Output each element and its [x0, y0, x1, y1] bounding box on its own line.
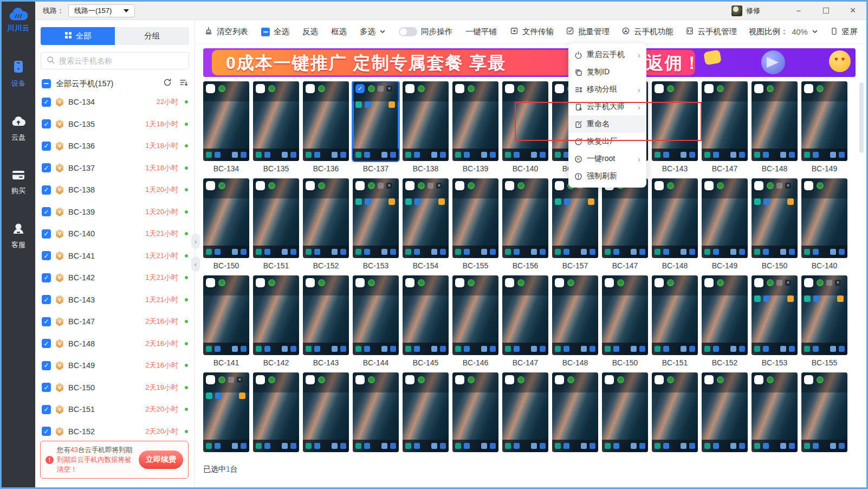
- phone-screen[interactable]: [253, 275, 299, 355]
- promo-banner[interactable]: 0成本一键推广 定制专属套餐 享最 返佣！ ♥ ♥: [203, 48, 856, 77]
- phone-card[interactable]: ×: [203, 372, 249, 460]
- grid-scrollbar[interactable]: [859, 82, 864, 455]
- device-row-BC-151[interactable]: ✓VBC-1512天20小时: [42, 398, 188, 421]
- device-checkbox-checked[interactable]: ✓: [42, 317, 51, 326]
- refresh-icon[interactable]: [163, 78, 172, 89]
- phone-card[interactable]: [602, 372, 648, 460]
- phone-screen[interactable]: ×: [203, 372, 249, 452]
- card-checkbox[interactable]: [804, 84, 813, 93]
- expand-panel-arrow[interactable]: ›: [191, 234, 200, 249]
- card-checkbox[interactable]: [405, 375, 414, 384]
- device-checkbox-checked[interactable]: ✓: [42, 339, 51, 348]
- card-checkbox[interactable]: [256, 375, 265, 384]
- phone-screen[interactable]: [652, 81, 698, 161]
- sidebar-item-设备[interactable]: 设备: [11, 59, 26, 88]
- card-checkbox[interactable]: [704, 375, 714, 384]
- device-checkbox-checked[interactable]: ✓: [42, 185, 51, 195]
- device-checkbox-checked[interactable]: ✓: [42, 361, 51, 370]
- phone-card-BC-140[interactable]: BC-140: [801, 178, 847, 271]
- phone-screen[interactable]: [702, 81, 748, 161]
- phone-screen[interactable]: [253, 178, 299, 258]
- phone-screen[interactable]: ×: [752, 178, 798, 258]
- card-checkbox[interactable]: [804, 181, 813, 190]
- device-checkbox-checked[interactable]: ✓: [42, 405, 51, 414]
- phone-card-BC-148[interactable]: BC-148: [752, 81, 798, 173]
- card-checkbox[interactable]: [455, 84, 464, 93]
- card-checkbox[interactable]: [555, 375, 564, 384]
- phone-screen[interactable]: [353, 275, 399, 355]
- phone-card-BC-136[interactable]: BC-136: [303, 81, 349, 173]
- phone-screen[interactable]: [452, 81, 498, 161]
- card-checkbox[interactable]: [754, 278, 763, 287]
- phone-card-BC-135[interactable]: BC-135: [253, 81, 299, 173]
- select-all-checkbox-indeterminate[interactable]: [261, 28, 270, 36]
- device-row-BC-147[interactable]: ✓VBC-1472天16小时: [42, 311, 188, 333]
- phone-card[interactable]: [702, 372, 748, 460]
- device-row-BC-149[interactable]: ✓VBC-1492天16小时: [42, 355, 188, 377]
- device-row-BC-143[interactable]: ✓VBC-1431天21小时: [42, 289, 188, 311]
- device-checkbox-checked[interactable]: ✓: [42, 251, 51, 260]
- device-row-BC-141[interactable]: ✓VBC-1411天21小时: [42, 245, 188, 267]
- phone-screen[interactable]: [702, 275, 748, 355]
- device-row-BC-135[interactable]: ✓VBC-1351天18小时: [42, 113, 188, 136]
- card-checkbox[interactable]: [455, 278, 464, 287]
- phone-card-BC-139[interactable]: BC-139: [452, 81, 498, 173]
- card-checkbox[interactable]: [306, 278, 315, 287]
- tab-groups[interactable]: 分组: [115, 27, 189, 45]
- tile-all-button[interactable]: 一键平铺: [465, 27, 497, 37]
- device-checkbox-checked[interactable]: ✓: [42, 427, 51, 436]
- card-checkbox[interactable]: [655, 278, 664, 287]
- search-input[interactable]: [59, 56, 183, 65]
- phone-card-BC-138[interactable]: BC-138: [403, 81, 449, 173]
- clear-list-button[interactable]: 清空列表: [204, 27, 248, 37]
- device-row-BC-139[interactable]: ✓VBC-1391天20小时: [42, 201, 188, 223]
- card-checkbox[interactable]: [704, 181, 714, 190]
- menu-item-restart[interactable]: 重启云手机›: [568, 46, 646, 63]
- phone-card-BC-134[interactable]: BC-134: [203, 81, 249, 173]
- device-checkbox-checked[interactable]: ✓: [42, 98, 51, 107]
- device-checkbox-checked[interactable]: ✓: [42, 295, 51, 304]
- menu-item-factory-reset[interactable]: 恢复出厂: [568, 133, 646, 150]
- card-checkbox[interactable]: [405, 84, 414, 93]
- card-checkbox[interactable]: [754, 181, 763, 190]
- phone-card-BC-147[interactable]: BC-147: [502, 275, 548, 368]
- menu-item-rename[interactable]: 重命名: [568, 115, 646, 133]
- phone-card-BC-157[interactable]: ×BC-157: [552, 178, 598, 271]
- phone-screen[interactable]: [702, 372, 748, 452]
- phone-screen[interactable]: [801, 81, 847, 161]
- phone-functions-button[interactable]: 云手机功能: [621, 27, 673, 37]
- user-avatar[interactable]: [731, 5, 742, 16]
- card-checkbox[interactable]: [605, 278, 614, 287]
- phone-screen[interactable]: [403, 81, 449, 161]
- card-checkbox[interactable]: [405, 181, 414, 190]
- file-transfer-button[interactable]: 文件传输: [510, 27, 554, 37]
- device-row-BC-137[interactable]: ✓VBC-1371天18小时: [42, 157, 188, 179]
- phone-card-BC-144[interactable]: BC-144: [353, 275, 399, 368]
- multi-select-button[interactable]: 多选: [360, 27, 386, 37]
- phone-card[interactable]: [552, 372, 598, 460]
- phone-screen[interactable]: [303, 275, 349, 355]
- line-select-dropdown[interactable]: 线路一(157): [68, 4, 135, 17]
- phone-card-BC-152[interactable]: BC-152: [702, 275, 748, 368]
- phone-screen[interactable]: [353, 372, 399, 452]
- phone-card-BC-149[interactable]: BC-149: [801, 81, 847, 173]
- device-checkbox-checked[interactable]: ✓: [42, 207, 51, 216]
- phone-card-BC-153[interactable]: ×BC-153: [752, 275, 798, 368]
- sidebar-item-云盘[interactable]: 云盘: [11, 114, 26, 143]
- device-checkbox-checked[interactable]: ✓: [42, 141, 51, 151]
- phone-screen[interactable]: [602, 372, 648, 452]
- renew-button[interactable]: 立即续费: [139, 451, 183, 469]
- device-row-BC-136[interactable]: ✓VBC-1361天18小时: [42, 135, 188, 157]
- phone-card-BC-146[interactable]: BC-146: [452, 275, 498, 368]
- phone-screen[interactable]: [801, 178, 847, 258]
- card-checkbox[interactable]: [306, 375, 315, 384]
- device-row-BC-138[interactable]: ✓VBC-1381天20小时: [42, 179, 188, 201]
- phone-card-BC-155[interactable]: ×BC-155: [801, 275, 847, 368]
- card-checkbox[interactable]: ✓: [355, 84, 365, 93]
- phone-card[interactable]: [452, 372, 498, 460]
- sidebar-item-客服[interactable]: 客服: [11, 222, 26, 250]
- phone-screen[interactable]: [752, 372, 798, 452]
- phone-screen[interactable]: [602, 178, 648, 258]
- card-checkbox[interactable]: [256, 84, 265, 93]
- phone-card-BC-137[interactable]: ✓×BC-137: [353, 81, 399, 173]
